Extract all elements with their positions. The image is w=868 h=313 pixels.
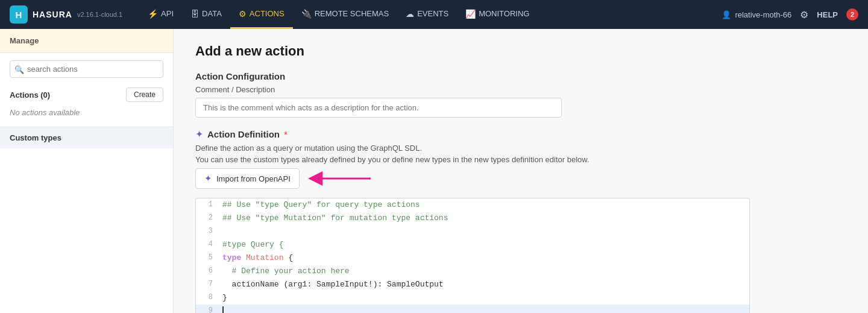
page-title: Add a new action <box>195 43 846 59</box>
import-label: Import from OpenAPI <box>216 174 291 183</box>
custom-types-item[interactable]: Custom types <box>0 127 173 148</box>
line-content-6: # Define your action here <box>218 265 749 278</box>
line-num-6: 6 <box>196 265 218 278</box>
code-line-6: 6 # Define your action here <box>196 265 749 278</box>
nav-item-monitoring[interactable]: 📈 MONITORING <box>457 0 538 29</box>
version-text: v2.16.1-cloud.1 <box>77 11 122 18</box>
topnav-right: 👤 relative-moth-66 ⚙ HELP 2 <box>722 8 858 21</box>
search-input[interactable] <box>10 60 163 78</box>
action-def-required: * <box>284 129 288 139</box>
actions-header: Actions (0) Create <box>0 85 173 107</box>
line-content-9 <box>218 305 749 313</box>
line-num-1: 1 <box>196 198 218 212</box>
user-icon: 👤 <box>722 10 731 19</box>
desc-text-2: You can use the custom types already def… <box>195 155 846 164</box>
comment-input[interactable] <box>195 98 562 118</box>
comment-field-label: Comment / Description <box>195 85 846 94</box>
create-button[interactable]: Create <box>126 87 163 102</box>
line-content-2: ## Use "type Mutation" for mutation type… <box>218 212 749 225</box>
code-line-9: 9 <box>196 305 749 313</box>
username: relative-moth-66 <box>735 10 791 19</box>
line-num-4: 4 <box>196 238 218 251</box>
line-num-8: 8 <box>196 291 218 305</box>
actions-icon: ⚙ <box>239 9 247 19</box>
action-def-icon: ✦ <box>195 128 203 140</box>
code-line-3: 3 <box>196 225 749 238</box>
line-content-1: ## Use "type Query" for query type actio… <box>218 198 749 212</box>
nav-actions-label: ACTIONS <box>250 9 285 18</box>
remote-schemas-icon: 🔌 <box>301 9 312 19</box>
line-content-7: actionName (arg1: SampleInput!): SampleO… <box>218 278 749 291</box>
logo-text: HASURA <box>33 10 72 19</box>
code-line-7: 7 actionName (arg1: SampleInput!): Sampl… <box>196 278 749 291</box>
nav-item-data[interactable]: 🗄 DATA <box>182 0 230 29</box>
nav-data-label: DATA <box>202 9 222 18</box>
code-line-2: 2 ## Use "type Mutation" for mutation ty… <box>196 212 749 225</box>
code-line-8: 8 } <box>196 291 749 305</box>
line-num-7: 7 <box>196 278 218 291</box>
help-label[interactable]: HELP <box>817 10 838 19</box>
data-icon: 🗄 <box>190 9 199 19</box>
nav-monitoring-label: MONITORING <box>479 9 529 18</box>
main-content: Add a new action Action Configuration Co… <box>174 29 868 313</box>
arrow-indicator <box>304 168 377 189</box>
line-num-5: 5 <box>196 251 218 265</box>
search-icon: 🔍 <box>14 65 24 74</box>
line-content-5: type Mutation { <box>218 251 749 265</box>
events-icon: ☁ <box>406 9 414 19</box>
action-def-title: Action Definition <box>207 129 280 139</box>
sidebar-manage: Manage <box>0 29 173 53</box>
nav-remote-schemas-label: REMOTE SCHEMAS <box>315 9 389 18</box>
nav-item-actions[interactable]: ⚙ ACTIONS <box>230 0 293 29</box>
topnav: H HASURA v2.16.1-cloud.1 ⚡ API 🗄 DATA ⚙ … <box>0 0 868 29</box>
code-editor[interactable]: 1 ## Use "type Query" for query type act… <box>195 198 750 313</box>
code-line-4: 4 #type Query { <box>196 238 749 251</box>
code-line-5: 5 type Mutation { <box>196 251 749 265</box>
settings-icon[interactable]: ⚙ <box>800 9 808 21</box>
line-content-8: } <box>218 291 749 305</box>
api-icon: ⚡ <box>148 9 158 19</box>
nav-items: ⚡ API 🗄 DATA ⚙ ACTIONS 🔌 REMOTE SCHEMAS … <box>139 0 538 29</box>
import-openapi-button[interactable]: ✦ Import from OpenAPI <box>195 168 300 189</box>
line-num-3: 3 <box>196 225 218 238</box>
action-definition-header: ✦ Action Definition * <box>195 128 846 140</box>
sidebar-search-container: 🔍 <box>0 53 173 85</box>
nav-events-label: EVENTS <box>417 9 448 18</box>
sidebar: Manage 🔍 Actions (0) Create No actions a… <box>0 29 174 313</box>
line-content-3 <box>218 225 749 238</box>
nav-api-label: API <box>161 9 174 18</box>
line-num-2: 2 <box>196 212 218 225</box>
code-line-1: 1 ## Use "type Query" for query type act… <box>196 198 749 212</box>
desc-text-1: Define the action as a query or mutation… <box>195 144 846 153</box>
monitoring-icon: 📈 <box>465 9 476 19</box>
import-row: ✦ Import from OpenAPI <box>195 168 846 189</box>
user-info[interactable]: 👤 relative-moth-66 <box>722 10 791 19</box>
nav-item-events[interactable]: ☁ EVENTS <box>397 0 457 29</box>
line-content-4: #type Query { <box>218 238 749 251</box>
svg-text:H: H <box>16 10 22 20</box>
line-num-9: 9 <box>196 305 218 313</box>
section-config-title: Action Configuration <box>195 71 846 81</box>
logo[interactable]: H HASURA v2.16.1-cloud.1 <box>10 5 122 24</box>
nav-item-api[interactable]: ⚡ API <box>139 0 182 29</box>
notification-badge[interactable]: 2 <box>846 8 858 21</box>
hasura-logo-icon: H <box>10 5 28 24</box>
import-icon: ✦ <box>204 173 212 184</box>
nav-item-remote-schemas[interactable]: 🔌 REMOTE SCHEMAS <box>293 0 398 29</box>
actions-count-label: Actions (0) <box>10 90 50 100</box>
no-actions-text: No actions available <box>0 107 173 127</box>
